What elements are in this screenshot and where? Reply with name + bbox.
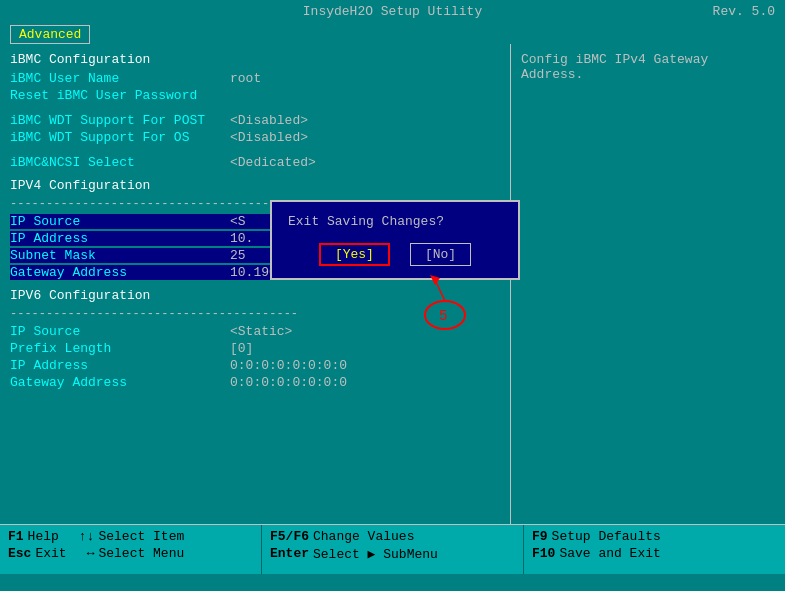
main-content: iBMC Configuration iBMC User Name root R… — [0, 44, 785, 524]
select-menu-key: ↔ — [87, 546, 95, 561]
right-panel: Config iBMC IPv4 Gateway Address. — [510, 44, 785, 524]
ipv6-address-value: 0:0:0:0:0:0:0:0 — [230, 358, 347, 373]
list-item: Reset iBMC User Password — [10, 88, 500, 103]
wdt-os-label: iBMC WDT Support For OS — [10, 130, 230, 145]
enter-desc: Select ▶ SubMenu — [313, 546, 438, 562]
ipv4-address-value: 10. — [230, 231, 253, 246]
ipv6-gateway-label: Gateway Address — [10, 375, 230, 390]
list-item: IP Source <Static> — [10, 324, 500, 339]
ipv6-source-value: <Static> — [230, 324, 292, 339]
subnet-mask-value: 25 — [230, 248, 246, 263]
wdt-post-label: iBMC WDT Support For POST — [10, 113, 230, 128]
subnet-mask-label: Subnet Mask — [10, 248, 230, 263]
ipv4-address-label: IP Address — [10, 231, 230, 246]
ibmc-username-value: root — [230, 71, 261, 86]
wdt-os-value: <Disabled> — [230, 130, 308, 145]
list-item[interactable]: IP Address 10. — [10, 231, 500, 246]
list-item: Gateway Address 0:0:0:0:0:0:0:0 — [10, 375, 500, 390]
list-item[interactable]: IP Source <S — [10, 214, 500, 229]
ncsi-label: iBMC&NCSI Select — [10, 155, 230, 170]
ipv6-gateway-value: 0:0:0:0:0:0:0:0 — [230, 375, 347, 390]
help-text: Config iBMC IPv4 Gateway Address. — [521, 52, 708, 82]
list-item: Prefix Length [0] — [10, 341, 500, 356]
ipv4-source-label: IP Source — [10, 214, 230, 229]
ipv4-section-title: IPV4 Configuration — [10, 178, 500, 193]
ncsi-value: <Dedicated> — [230, 155, 316, 170]
prefix-length-value: [0] — [230, 341, 253, 356]
app-title: InsydeH2O Setup Utility — [303, 4, 482, 19]
ibmc-username-label: iBMC User Name — [10, 71, 230, 86]
tab-bar: Advanced — [0, 23, 785, 44]
list-item[interactable]: Gateway Address 10.190.132.1 — [10, 265, 500, 280]
bottom-item: F9 Setup Defaults — [532, 529, 777, 544]
f1-desc: Help — [28, 529, 59, 544]
select-menu-desc: Select Menu — [98, 546, 184, 561]
list-item: iBMC User Name root — [10, 71, 500, 86]
select-item-key: ↑↓ — [79, 529, 95, 544]
reset-password-label: Reset iBMC User Password — [10, 88, 197, 103]
f5f6-desc: Change Values — [313, 529, 414, 544]
esc-desc: Exit — [35, 546, 66, 561]
ipv4-gateway-value: 10.190.132.1 — [230, 265, 324, 280]
ipv6-divider: ---------------------------------------- — [10, 307, 500, 321]
list-item[interactable]: Subnet Mask 25 — [10, 248, 500, 263]
f10-key: F10 — [532, 546, 555, 561]
enter-key: Enter — [270, 546, 309, 562]
wdt-post-value: <Disabled> — [230, 113, 308, 128]
ipv4-divider: ---------------------------------------- — [10, 197, 500, 211]
ipv6-section-title: IPV6 Configuration — [10, 288, 500, 303]
f9-key: F9 — [532, 529, 548, 544]
revision: Rev. 5.0 — [713, 4, 775, 19]
esc-key: Esc — [8, 546, 31, 561]
list-item: IP Address 0:0:0:0:0:0:0:0 — [10, 358, 500, 373]
bottom-item: F1 Help ↑↓ Select Item — [8, 529, 253, 544]
list-item: iBMC WDT Support For OS <Disabled> — [10, 130, 500, 145]
ipv6-source-label: IP Source — [10, 324, 230, 339]
bottom-item: F5/F6 Change Values — [270, 529, 515, 544]
list-item: iBMC WDT Support For POST <Disabled> — [10, 113, 500, 128]
select-item-desc: Select Item — [98, 529, 184, 544]
ipv6-address-label: IP Address — [10, 358, 230, 373]
title-bar: InsydeH2O Setup Utility Rev. 5.0 — [0, 0, 785, 23]
prefix-length-label: Prefix Length — [10, 341, 230, 356]
f10-desc: Save and Exit — [559, 546, 660, 561]
ibmc-section-title: iBMC Configuration — [10, 52, 500, 67]
tab-advanced[interactable]: Advanced — [10, 25, 90, 44]
ipv4-gateway-label: Gateway Address — [10, 265, 230, 280]
list-item: iBMC&NCSI Select <Dedicated> — [10, 155, 500, 170]
bottom-item: Enter Select ▶ SubMenu — [270, 546, 515, 562]
bottom-bar: F1 Help ↑↓ Select Item Esc Exit ↔ Select… — [0, 524, 785, 574]
f5f6-key: F5/F6 — [270, 529, 309, 544]
f9-desc: Setup Defaults — [552, 529, 661, 544]
bottom-item: Esc Exit ↔ Select Menu — [8, 546, 253, 561]
left-panel: iBMC Configuration iBMC User Name root R… — [0, 44, 510, 524]
ipv4-source-value: <S — [230, 214, 246, 229]
f1-key: F1 — [8, 529, 24, 544]
bottom-item: F10 Save and Exit — [532, 546, 777, 561]
